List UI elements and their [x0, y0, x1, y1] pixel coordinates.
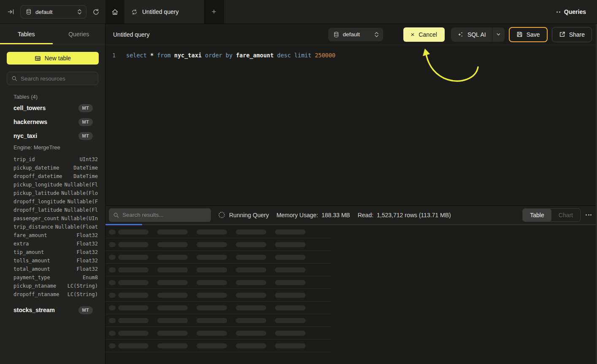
- read-value: 1,523,712 rows (113.71 MB): [377, 212, 451, 218]
- topbar-left: default: [0, 0, 105, 24]
- results-panel: [105, 224, 597, 364]
- chevron-updown-icon: [374, 32, 379, 38]
- skeleton-cell: [275, 242, 305, 247]
- column-row[interactable]: payment_typeEnum8: [14, 273, 98, 282]
- column-type: DateTime: [73, 173, 98, 179]
- skeleton-cell: [197, 318, 227, 323]
- sidebar-tab-tables[interactable]: Tables: [0, 24, 53, 44]
- column-type: Nullable(Fl: [65, 182, 98, 188]
- column-row[interactable]: extraFloat32: [14, 240, 98, 248]
- engine-label: Engine: MergeTree: [14, 144, 105, 151]
- table-grid-icon: [35, 55, 41, 62]
- loading-spinner-icon: [219, 212, 225, 218]
- sql-code-line: select * from nyc_taxi order by fare_amo…: [126, 51, 335, 59]
- tab-strip: Untitled query +: [105, 0, 224, 24]
- top-bar: default Untitled query: [0, 0, 597, 24]
- topbar-database-value: default: [35, 9, 73, 15]
- skeleton-cell: [236, 305, 266, 310]
- column-row[interactable]: dropoff_latitudeNullable(Fl: [14, 206, 98, 214]
- tables-section-label: Tables (4): [14, 94, 105, 100]
- skeleton-cell: [275, 229, 305, 235]
- column-row[interactable]: tip_amountFloat32: [14, 248, 98, 256]
- column-row[interactable]: pickup_latitudeNullable(Flo: [14, 189, 98, 197]
- sql-ai-dropdown-button[interactable]: [492, 27, 505, 42]
- skeleton-cell: [275, 267, 305, 272]
- query-database-selector[interactable]: default: [328, 28, 383, 41]
- refresh-icon: [92, 8, 100, 16]
- view-toggle: Table Chart: [522, 208, 581, 222]
- column-type: Float32: [76, 258, 98, 264]
- database-icon: [333, 32, 339, 38]
- new-table-button[interactable]: New table: [7, 52, 99, 65]
- column-row[interactable]: passenger_countNullable(UIn: [14, 214, 98, 223]
- column-row[interactable]: dropoff_longitudeNullable(F: [14, 197, 98, 206]
- skeleton-cell: [157, 267, 188, 272]
- column-row[interactable]: fare_amountFloat32: [14, 231, 98, 240]
- search-results-input[interactable]: [122, 212, 207, 218]
- table-row: [105, 251, 331, 264]
- sql-editor[interactable]: 1 select * from nyc_taxi order by fare_a…: [105, 45, 596, 205]
- table-row: [105, 289, 331, 302]
- skeleton-cell: [109, 305, 116, 310]
- column-row[interactable]: pickup_datetimeDateTime: [14, 164, 98, 172]
- query-progress-fill: [105, 224, 142, 225]
- column-name: tolls_amount: [14, 258, 50, 264]
- skeleton-cell: [197, 305, 227, 310]
- view-toggle-chart[interactable]: Chart: [551, 209, 580, 221]
- column-row[interactable]: pickup_ntanameLC(String): [14, 282, 98, 290]
- sidebar-tab-queries[interactable]: Queries: [53, 24, 105, 44]
- save-icon: [516, 31, 523, 38]
- column-row[interactable]: trip_distanceNullable(Float: [14, 223, 98, 231]
- skeleton-cell: [109, 280, 116, 285]
- column-row[interactable]: trip_idUInt32: [14, 155, 98, 164]
- tab-home[interactable]: [105, 0, 124, 24]
- skeleton-cell: [157, 242, 188, 247]
- plus-icon: +: [211, 7, 216, 16]
- column-name: pickup_longitude: [14, 182, 62, 188]
- sql-ai-label: SQL AI: [467, 31, 486, 38]
- save-button[interactable]: Save: [509, 27, 548, 42]
- skeleton-cell: [118, 255, 149, 260]
- query-progress-track: [105, 224, 597, 225]
- column-row[interactable]: pickup_longitudeNullable(Fl: [14, 181, 98, 189]
- skeleton-cell: [157, 293, 188, 298]
- sidebar-table-hackernews[interactable]: hackernews MT: [14, 116, 93, 128]
- collapse-sidebar-button[interactable]: [8, 8, 14, 15]
- skeleton-cell: [109, 242, 116, 247]
- cancel-button[interactable]: × Cancel: [403, 27, 445, 42]
- tab-untitled-query[interactable]: Untitled query: [124, 0, 204, 24]
- skeleton-cell: [157, 229, 188, 235]
- skeleton-cell: [197, 280, 227, 285]
- sql-ai-main[interactable]: SQL AI: [451, 27, 492, 42]
- column-row[interactable]: tolls_amountFloat32: [14, 256, 98, 265]
- topbar-database-selector[interactable]: default: [20, 5, 86, 19]
- sidebar-tab-label: Tables: [18, 31, 35, 38]
- skeleton-cell: [157, 280, 188, 285]
- share-button[interactable]: Share: [552, 27, 592, 42]
- chevron-down-icon: [496, 32, 501, 37]
- more-options-button[interactable]: [586, 214, 592, 216]
- skeleton-cell: [236, 331, 266, 336]
- column-name: dropoff_ntaname: [14, 291, 59, 297]
- sql-token: select: [126, 52, 147, 59]
- column-row[interactable]: dropoff_ntanameLC(String): [14, 290, 98, 299]
- column-type: Nullable(F: [68, 199, 98, 205]
- skeleton-cell: [157, 318, 188, 323]
- search-resources-input[interactable]: [21, 75, 94, 82]
- sql-token: *: [150, 52, 154, 59]
- sidebar-table-stocks-stream[interactable]: stocks_stream MT: [14, 304, 93, 316]
- close-icon: ×: [411, 31, 415, 38]
- view-toggle-table[interactable]: Table: [523, 209, 551, 221]
- table-row: [105, 314, 331, 327]
- sidebar-table-cell-towers[interactable]: cell_towers MT: [14, 102, 93, 114]
- column-row[interactable]: dropoff_datetimeDateTime: [14, 172, 98, 181]
- sidebar-table-nyc-taxi[interactable]: nyc_taxi MT: [14, 130, 93, 142]
- column-row[interactable]: total_amountFloat32: [14, 265, 98, 273]
- sql-token: from: [157, 52, 171, 59]
- refresh-button[interactable]: [92, 8, 100, 16]
- column-type: Float32: [76, 241, 98, 247]
- queries-button[interactable]: Queries: [556, 0, 586, 24]
- column-type: Nullable(Fl: [65, 207, 98, 213]
- new-tab-button[interactable]: +: [204, 0, 224, 24]
- skeleton-cell: [118, 305, 149, 310]
